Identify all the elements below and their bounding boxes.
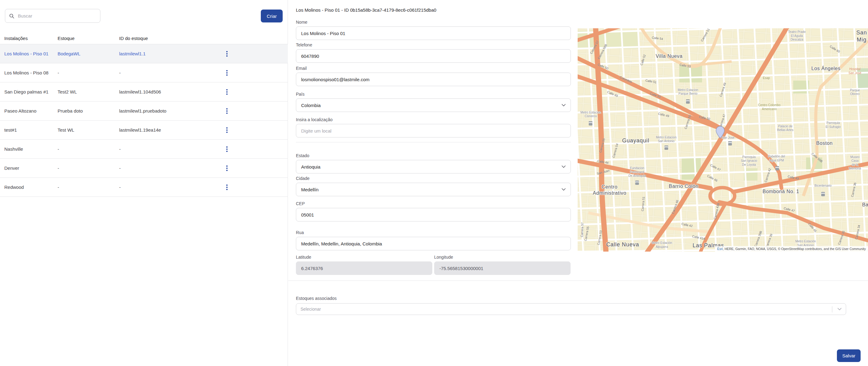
metro-station-icon [728,141,732,145]
estoque-cell[interactable]: Test WL [58,127,119,133]
facility-name-cell[interactable]: test#1 [4,127,58,133]
map-label: Parroquia El Sufragio [826,121,841,129]
map-label: Teatro Prado El Aguila Descalza [788,30,805,42]
cep-input[interactable] [296,208,571,222]
table-row[interactable]: Redwood - - [0,178,288,197]
map-label: Centro Administrativo [593,184,626,196]
table-row[interactable]: Los Molinos - Piso 08 - - [0,63,288,82]
table-row[interactable]: Los Molinos - Piso 01 BodegaWL lastmilew… [0,44,288,63]
map-label: Calle 47 [783,206,795,213]
map-label: Carrera 51 [641,197,646,211]
nome-input[interactable] [296,27,571,40]
search-input[interactable] [17,13,96,19]
row-kebab-menu-button[interactable] [222,144,232,155]
row-kebab-menu-button[interactable] [222,182,232,193]
estoque-cell[interactable]: Prueba doto [58,108,119,113]
map-label: Calle Nueva [606,241,639,248]
email-input[interactable] [296,73,571,86]
map-labels: Villa NuevaLos ÁngelesSan MigGuayaquilBo… [578,28,868,252]
map-label: Parque Obrero [848,88,861,96]
facility-name-cell[interactable]: San Diego palmas #1 [4,89,58,94]
estoques-associados-label: Estoques associados [296,296,337,301]
map-label: Los Ángeles [811,66,841,72]
table-row[interactable]: Paseo Altozano Prueba doto lastmilewl1.p… [0,101,288,121]
map-label: Carrera 53 [596,230,603,245]
estoque-id-cell[interactable]: lastmilewl1.19ea14e [119,127,219,133]
map-label: Carrera 55 [598,138,606,153]
esri-attribution-link[interactable]: Esri [717,247,723,251]
row-kebab-menu-button[interactable] [222,68,232,78]
map-label: Metro Estacion Parque Berrio [678,88,698,96]
map-label: Calle 50 [699,115,711,121]
map-label: San Mig [856,29,867,43]
row-kebab-menu-button[interactable] [222,125,232,135]
map[interactable]: Villa NuevaLos ÁngelesSan MigGuayaquilBo… [578,28,868,252]
estoque-id-cell[interactable]: lastmilewl1.pruebadoto [119,108,219,113]
row-kebab-menu-button[interactable] [222,106,232,116]
search-box [5,9,100,23]
map-label: Metro Estación Alpujarra [652,241,672,249]
telefone-input[interactable] [296,49,571,63]
map-label: Calle 47 [709,163,721,172]
facility-name-cell[interactable]: Denver [4,165,58,171]
map-label: Carrera 57 [589,40,599,55]
field-cep: CEP [296,201,571,222]
row-kebab-menu-button[interactable] [222,87,232,97]
estoque-id-cell[interactable]: lastmilewl1.104d506 [119,89,219,94]
table-row[interactable]: Denver - - [0,159,288,178]
row-kebab-menu-button[interactable] [222,48,232,59]
estoque-cell[interactable]: - [58,70,119,75]
table-row[interactable]: San Diego palmas #1 Test2 WL lastmilewl1… [0,82,288,101]
map-label: Carrera 50 [684,114,692,130]
cidade-label: Cidade [296,176,571,181]
create-button[interactable]: Criar [261,9,283,23]
map-label: Centro Colombo Americano [758,103,780,111]
facility-name-cell[interactable]: Paseo Altozano [4,108,58,113]
map-label: Calle 46 [706,174,718,183]
metro-station-icon [635,180,639,185]
field-localizacao: Insira a localização [296,117,571,137]
facility-name-cell[interactable]: Redwood [4,185,58,190]
map-label: Calle 51 [645,78,656,84]
estado-select[interactable]: Antioquia [296,160,571,173]
field-pais: País Colombia [296,92,571,112]
map-label: Pabellón del Agua EPM [768,155,785,162]
table-row[interactable]: test#1 Test WL lastmilewl1.19ea14e [0,121,288,140]
localizacao-label: Insira a localização [296,117,571,122]
estoque-cell[interactable]: BodegaWL [58,51,119,56]
table-header-row: Instalações Estoque ID do estoque [0,33,288,44]
estoque-id-cell[interactable]: - [119,165,219,171]
row-kebab-menu-button[interactable] [222,163,232,173]
estoque-cell[interactable]: - [58,165,119,171]
rua-label: Rua [296,230,571,235]
estoques-associados-select[interactable]: Selecionar [296,303,846,315]
facility-name-cell[interactable]: Los Molinos - Piso 01 [4,51,58,56]
pais-select[interactable]: Colombia [296,98,571,112]
map-label: Carrera 51 [700,28,711,42]
cidade-select[interactable]: Medellín [296,183,571,196]
map-label: Calle 50B [810,152,823,163]
map-label: Calle 49 [607,90,619,98]
estoque-id-cell[interactable]: - [119,185,219,190]
estoque-id-cell[interactable]: - [119,70,219,75]
search-icon [9,13,14,19]
estoque-cell[interactable]: - [58,185,119,190]
rua-input[interactable] [296,237,571,251]
estoque-cell[interactable]: - [58,146,119,152]
map-label: Calle 41A [692,234,706,241]
map-label: Metro Estacion San Antonio [656,135,677,143]
facility-name-cell[interactable]: Nashville [4,146,58,152]
localizacao-input[interactable] [296,124,571,137]
estoque-cell[interactable]: Test2 WL [58,89,119,94]
save-button[interactable]: Salvar [837,350,861,362]
chevron-down-icon [562,188,566,191]
map-label: Carrera 39B [753,231,763,247]
table-row[interactable]: Nashville - - [0,140,288,159]
facility-name-cell[interactable]: Los Molinos - Piso 08 [4,70,58,75]
estoque-id-cell[interactable]: lastmilewl1.1 [119,51,219,56]
estoque-id-cell[interactable]: - [119,146,219,152]
field-estado: Estado Antioquia [296,153,571,173]
map-label: Hospital San José [848,67,862,75]
detail-title: Los Molinos - Piso 01 - ID 0b15a58b-3ca7… [296,7,436,12]
pais-label: País [296,92,571,97]
